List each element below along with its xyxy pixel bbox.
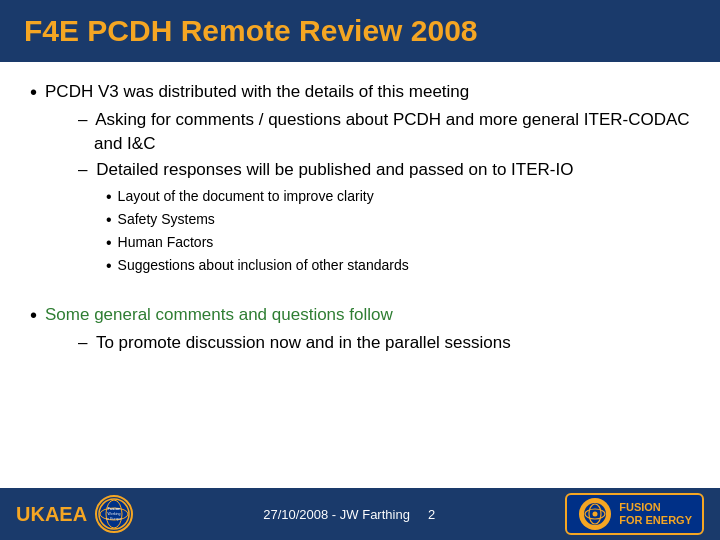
sub-sub-bullet-2-text: Safety Systems [118,210,215,230]
main-bullet-1: • PCDH V3 was distributed with the detai… [30,80,690,104]
slide-title: F4E PCDH Remote Review 2008 [24,14,478,48]
main-bullet-1-text: PCDH V3 was distributed with the details… [45,80,469,104]
bullet-section-2: • Some general comments and questions fo… [30,303,690,355]
sub-bullet-1-2: Detailed responses will be published and… [78,158,690,182]
sub-sub-dot-1: • [106,187,112,208]
bullet-dot-2: • [30,303,37,327]
slide-header: F4E PCDH Remote Review 2008 [0,0,720,62]
sub-sub-dot-4: • [106,256,112,277]
sub-sub-bullet-1-text: Layout of the document to improve clarit… [118,187,374,207]
sub-sub-dot-3: • [106,233,112,254]
footer-page-number: 2 [428,507,435,522]
sub-bullet-1-1: Asking for comments / questions about PC… [78,108,690,156]
sub-sub-bullet-3-text: Human Factors [118,233,214,253]
bullet-section-1: • PCDH V3 was distributed with the detai… [30,80,690,277]
svg-text:in Europe: in Europe [107,517,122,521]
sub-sub-bullet-1: • Layout of the document to improve clar… [106,187,690,208]
sub-sub-dot-2: • [106,210,112,231]
svg-point-10 [593,512,598,517]
sub-sub-bullet-4: • Suggestions about inclusion of other s… [106,256,690,277]
slide: F4E PCDH Remote Review 2008 • PCDH V3 wa… [0,0,720,540]
fusion-energy-text: FUSIONFOR ENERGY [619,501,692,527]
footer-date-text: 27/10/2008 - JW Farthing [263,507,410,522]
sub-sub-bullet-2: • Safety Systems [106,210,690,231]
svg-text:Working: Working [108,512,121,516]
bullet-dot-1: • [30,80,37,104]
sub-sub-bullet-3: • Human Factors [106,233,690,254]
sub-sub-bullets: • Layout of the document to improve clar… [106,187,690,276]
sub-bullet-2-1-text: To promote discussion now and in the par… [96,333,511,352]
footer-right: FUSIONFOR ENERGY [565,493,704,535]
sub-sub-bullet-4-text: Suggestions about inclusion of other sta… [118,256,409,276]
svg-text:Fusion: Fusion [108,506,122,511]
slide-content: • PCDH V3 was distributed with the detai… [0,62,720,488]
main-bullet-2-text: Some general comments and questions foll… [45,303,393,327]
sub-bullets-2: To promote discussion now and in the par… [78,331,690,355]
fusion-energy-logo [577,496,613,532]
fusion-logo-svg: Fusion Working in Europe [97,497,131,531]
sub-bullet-1-2-text: Detailed responses will be published and… [96,160,573,179]
fusion-for-energy-badge: FUSIONFOR ENERGY [565,493,704,535]
fusion-logo: Fusion Working in Europe [95,495,133,533]
main-bullet-2: • Some general comments and questions fo… [30,303,690,327]
sub-bullets-1: Asking for comments / questions about PC… [78,108,690,277]
ukaea-label: UKAEA [16,503,87,526]
sub-bullet-1-1-text: Asking for comments / questions about PC… [94,110,690,153]
footer-left: UKAEA Fusion Working in Europe [16,495,133,533]
slide-footer: UKAEA Fusion Working in Europe 27/10/200… [0,488,720,540]
footer-center: 27/10/2008 - JW Farthing 2 [263,507,435,522]
divider [30,287,690,293]
sub-bullet-2-1: To promote discussion now and in the par… [78,331,690,355]
